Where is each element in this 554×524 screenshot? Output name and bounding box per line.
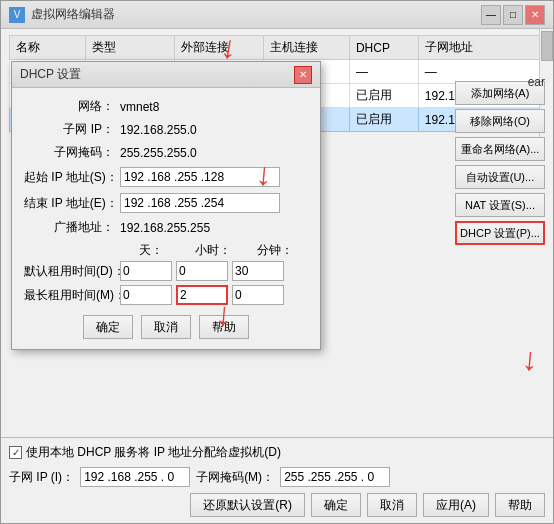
auto-setup-button[interactable]: 自动设置(U)... (455, 165, 545, 189)
end-ip-input[interactable] (120, 193, 280, 213)
subnet-ip-dialog-label: 子网 IP： (24, 121, 114, 138)
title-buttons: — □ ✕ (481, 5, 545, 25)
default-lease-day-input[interactable] (120, 261, 172, 281)
default-lease-row: 默认租用时间(D)： (24, 261, 308, 281)
dialog-row-subnet-mask: 子网掩码： 255.255.255.0 (24, 144, 308, 161)
subnet-row: 子网 IP (I)： 子网掩码(M)： (9, 467, 545, 487)
nat-settings-button[interactable]: NAT 设置(S)... (455, 193, 545, 217)
max-lease-min-input[interactable] (232, 285, 284, 305)
dialog-row-subnet-ip: 子网 IP： 192.168.255.0 (24, 121, 308, 138)
col-subnet: 子网地址 (418, 36, 544, 60)
restore-defaults-button[interactable]: 还原默认设置(R) (190, 493, 305, 517)
help-button[interactable]: 帮助 (495, 493, 545, 517)
dialog-close-button[interactable]: ✕ (294, 66, 312, 84)
end-ip-label: 结束 IP 地址(E)： (24, 195, 114, 212)
time-headers: 天： 小时： 分钟： (120, 242, 308, 259)
dialog-cancel-button[interactable]: 取消 (141, 315, 191, 339)
dialog-row-broadcast: 广播地址： 192.168.255.255 (24, 219, 308, 236)
col-name: 名称 (10, 36, 86, 60)
dialog-body: 网络： vmnet8 子网 IP： 192.168.255.0 子网掩码： 25… (12, 88, 320, 349)
col-external: 外部连接 (175, 36, 264, 60)
dialog-ok-button[interactable]: 确定 (83, 315, 133, 339)
broadcast-value: 192.168.255.255 (120, 221, 308, 235)
checkbox-row: 使用本地 DHCP 服务将 IP 地址分配给虚拟机(D) (9, 444, 545, 461)
scrollbar-thumb[interactable] (541, 31, 553, 61)
minimize-button[interactable]: — (481, 5, 501, 25)
dialog-row-network: 网络： vmnet8 (24, 98, 308, 115)
default-lease-spinners (120, 261, 284, 281)
cell-dhcp: 已启用 (349, 108, 418, 132)
cancel-button[interactable]: 取消 (367, 493, 417, 517)
ok-button[interactable]: 确定 (311, 493, 361, 517)
dhcp-dialog: DHCP 设置 ✕ 网络： vmnet8 子网 IP： 192.168.255.… (11, 61, 321, 350)
max-lease-label: 最长租用时间(M)： (24, 287, 114, 304)
start-ip-label: 起始 IP 地址(S)： (24, 169, 114, 186)
dialog-title: DHCP 设置 (20, 66, 81, 83)
dialog-help-button[interactable]: 帮助 (199, 315, 249, 339)
default-lease-min-input[interactable] (232, 261, 284, 281)
broadcast-label: 广播地址： (24, 219, 114, 236)
col-host: 主机连接 (264, 36, 350, 60)
bottom-bar: 使用本地 DHCP 服务将 IP 地址分配给虚拟机(D) 子网 IP (I)： … (1, 437, 553, 523)
dialog-row-end-ip: 结束 IP 地址(E)： (24, 193, 308, 213)
dhcp-settings-button[interactable]: DHCP 设置(P)... (455, 221, 545, 245)
subnet-mask-dialog-label: 子网掩码： (24, 144, 114, 161)
col-type: 类型 (86, 36, 175, 60)
cell-dhcp: 已启用 (349, 84, 418, 108)
main-window-title: 虚拟网络编辑器 (31, 6, 115, 23)
close-button[interactable]: ✕ (525, 5, 545, 25)
dialog-row-start-ip: 起始 IP 地址(S)： (24, 167, 308, 187)
subnet-ip-label: 子网 IP (I)： (9, 469, 74, 486)
max-lease-spinners (120, 285, 284, 305)
rename-network-button[interactable]: 重命名网络(A)... (455, 137, 545, 161)
max-lease-row: 最长租用时间(M)： (24, 285, 308, 305)
subnet-mask-dialog-value: 255.255.255.0 (120, 146, 308, 160)
subnet-ip-dialog-value: 192.168.255.0 (120, 123, 308, 137)
remove-network-button[interactable]: 移除网络(O) (455, 109, 545, 133)
dialog-title-bar: DHCP 设置 ✕ (12, 62, 320, 88)
subnet-mask-input[interactable] (280, 467, 390, 487)
default-lease-hour-input[interactable] (176, 261, 228, 281)
day-header: 天： (120, 242, 182, 259)
dialog-buttons: 确定 取消 帮助 (24, 315, 308, 339)
cell-subnet: — (418, 60, 544, 84)
subnet-mask-label: 子网掩码(M)： (196, 469, 274, 486)
max-lease-hour-input[interactable] (176, 285, 228, 305)
subnet-ip-input[interactable] (80, 467, 190, 487)
title-bar: V 虚拟网络编辑器 — □ ✕ (1, 1, 553, 29)
network-value: vmnet8 (120, 100, 308, 114)
app-icon: V (9, 7, 25, 23)
cell-dhcp: — (349, 60, 418, 84)
col-dhcp: DHCP (349, 36, 418, 60)
dhcp-checkbox[interactable] (9, 446, 22, 459)
dhcp-checkbox-label: 使用本地 DHCP 服务将 IP 地址分配给虚拟机(D) (26, 444, 281, 461)
start-ip-input[interactable] (120, 167, 280, 187)
hour-header: 小时： (182, 242, 244, 259)
maximize-button[interactable]: □ (503, 5, 523, 25)
minute-header: 分钟： (244, 242, 306, 259)
max-lease-day-input[interactable] (120, 285, 172, 305)
arrow-4: ↓ (520, 340, 539, 378)
apply-button[interactable]: 应用(A) (423, 493, 489, 517)
title-bar-left: V 虚拟网络编辑器 (9, 6, 115, 23)
network-label: 网络： (24, 98, 114, 115)
bottom-buttons: 还原默认设置(R) 确定 取消 应用(A) 帮助 (9, 493, 545, 517)
right-buttons-panel: 添加网络(A) 移除网络(O) 重命名网络(A)... 自动设置(U)... N… (455, 81, 545, 245)
default-lease-label: 默认租用时间(D)： (24, 263, 114, 280)
ear-text: ear (528, 75, 545, 89)
main-window: V 虚拟网络编辑器 — □ ✕ 名称 类型 外部连接 主机连接 DHCP 子网地… (0, 0, 554, 524)
